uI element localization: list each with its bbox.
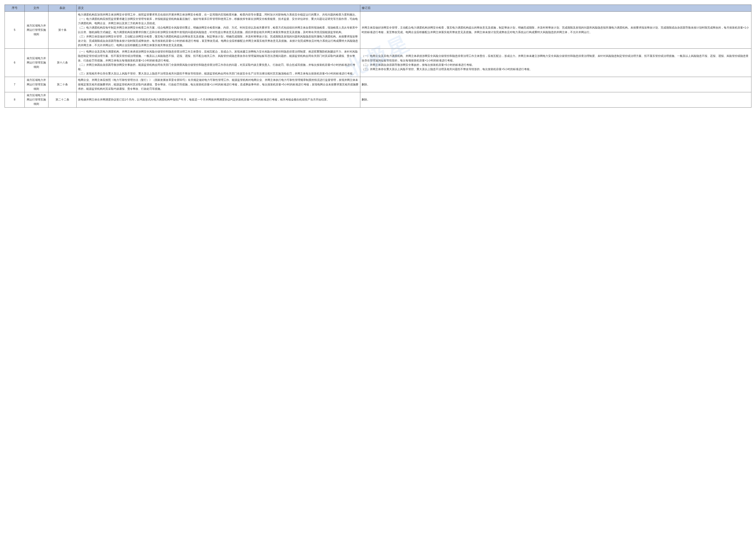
- cell-idx: 8: [5, 92, 25, 107]
- cell-idx: 5: [5, 12, 25, 49]
- cell-file: 南方区域电力并网运行管理实施细则: [24, 49, 48, 77]
- cell-idx: 6: [5, 49, 25, 77]
- cell-original: 发电侧并网主体在并网调度协议签订后1个月内，以书面形式向电力调度机构申报投产年月…: [76, 92, 360, 107]
- cell-idx: 7: [5, 77, 25, 92]
- cell-original: 电网企业、并网主体应按照《电力可靠性管理办法（暂行）》（国家发展改革委令第50号…: [76, 77, 360, 92]
- cell-file: 南方区域电力并网运行管理实施细则: [24, 92, 48, 107]
- table-row: 8 南方区域电力并网运行管理实施细则 第二十二条 发电侧并网主体在并网调度协议签…: [5, 92, 751, 107]
- cell-clause: 第十条: [48, 12, 77, 49]
- cell-revised: 删除。: [360, 77, 751, 92]
- cell-clause: 第十八条: [48, 49, 77, 77]
- cell-original: 电力调度机构应加强并网主体涉网安全管理工作，按照监管要求常态化组织开展并网主体涉…: [76, 12, 360, 49]
- th-idx: 序号: [5, 5, 25, 12]
- table-header-row: 序号 文件 条款 原文 修订后: [5, 5, 751, 12]
- cell-revised: 并网主体应做好涉网安全管理，主动配合电力调度机构涉网安全检查，落实电力调度机构提…: [360, 12, 751, 49]
- cell-clause: 第二十二条: [48, 92, 77, 107]
- th-original: 原文: [76, 5, 360, 12]
- th-clause: 条款: [48, 5, 77, 12]
- cell-revised: （一）电网企业及其电力调度机构、并网主体承担涉网安全风险分级管控和隐患排查治理工…: [360, 49, 751, 77]
- cell-clause: 第二十条: [48, 77, 77, 92]
- th-revised: 修订后: [360, 5, 751, 12]
- table-row: 6 南方区域电力并网运行管理实施细则 第十八条 （一）电网企业及其电力调度机构、…: [5, 49, 751, 77]
- cell-file: 南方区域电力并网运行管理实施细则: [24, 77, 48, 92]
- cell-file: 南方区域电力并网运行管理实施细则: [24, 12, 48, 49]
- th-file: 文件: [24, 5, 48, 12]
- table-row: 7 南方区域电力并网运行管理实施细则 第二十条 电网企业、并网主体应按照《电力可…: [5, 77, 751, 92]
- revision-table: 序号 文件 条款 原文 修订后 5 南方区域电力并网运行管理实施细则 第十条 电…: [5, 5, 751, 108]
- cell-original: （一）电网企业及其电力调度机构、并网主体承担涉网安全风险分级管控和隐患排查治理工…: [76, 49, 360, 77]
- table-row: 5 南方区域电力并网运行管理实施细则 第十条 电力调度机构应加强并网主体涉网安全…: [5, 12, 751, 49]
- cell-revised: 删除。: [360, 92, 751, 107]
